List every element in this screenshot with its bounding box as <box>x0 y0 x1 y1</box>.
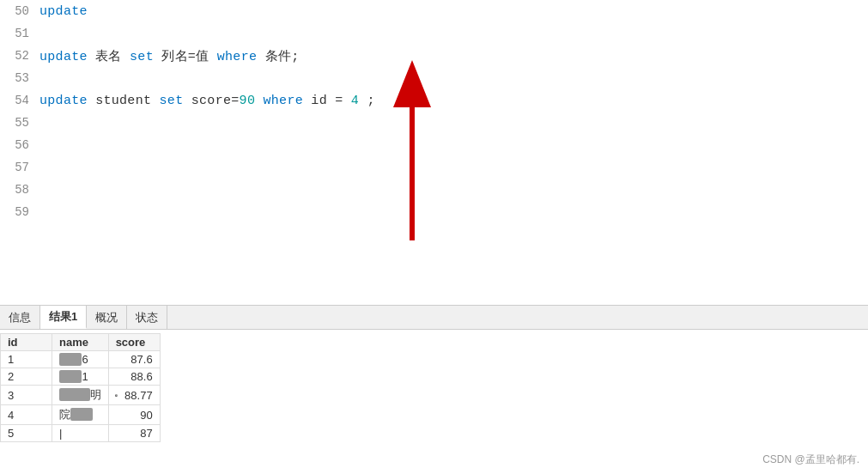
col-id: id <box>1 334 52 351</box>
cell-name: 院██ <box>52 405 109 425</box>
result-table: id name score 1 ██6 87.6 2 ██1 <box>0 333 161 442</box>
line-number-53: 53 <box>0 71 39 85</box>
col-score: score <box>108 334 160 351</box>
line-number-56: 56 <box>0 138 39 152</box>
tab-info[interactable]: 信息 <box>0 306 40 329</box>
code-line-56: 56 <box>0 134 868 156</box>
code-line-59: 59 <box>0 201 868 223</box>
code-content-52: update 表名 set 列名=值 where 条件; <box>39 48 300 64</box>
cell-score: 87 <box>108 425 160 442</box>
line-number-57: 57 <box>0 161 39 174</box>
table-row: 3 ███明 88.77 <box>1 386 161 405</box>
code-line-51: 51 <box>0 22 868 45</box>
table-row: 2 ██1 88.6 <box>1 368 161 386</box>
code-content-54: update student set score=90 where id = 4… <box>39 94 375 108</box>
tab-overview[interactable]: 概况 <box>87 306 127 329</box>
watermark: CSDN @孟里哈都有. <box>762 453 859 467</box>
code-line-55: 55 <box>0 112 868 134</box>
table-row: 5 | 87 <box>1 425 161 442</box>
line-number-58: 58 <box>0 183 39 197</box>
cell-score: 88.77 <box>108 386 160 405</box>
cell-name: ██1 <box>52 368 109 386</box>
tab-status[interactable]: 状态 <box>127 306 167 329</box>
line-number-55: 55 <box>0 116 39 130</box>
cell-id: 1 <box>1 351 52 368</box>
code-line-50: 50 update <box>0 0 868 22</box>
code-line-52: 52 update 表名 set 列名=值 where 条件; <box>0 45 868 67</box>
code-content-50: update <box>39 4 88 19</box>
cell-name: ██6 <box>52 351 109 368</box>
cell-id: 4 <box>1 405 52 425</box>
cell-score: 88.6 <box>108 368 160 386</box>
line-number-50: 50 <box>0 4 39 18</box>
cell-name: | <box>52 425 109 442</box>
bottom-panel: 信息 结果1 概况 状态 id name score 1 ██6 87.6 <box>0 305 868 474</box>
cell-score: 90 <box>108 405 160 425</box>
cell-score: 87.6 <box>108 351 160 368</box>
code-editor[interactable]: 50 update 51 52 update 表名 set 列名=值 where… <box>0 0 868 309</box>
table-row: 1 ██6 87.6 <box>1 351 161 368</box>
cell-name: ███明 <box>52 386 109 405</box>
col-name: name <box>52 334 109 351</box>
cell-id: 3 <box>1 386 52 405</box>
tabs-bar: 信息 结果1 概况 状态 <box>0 306 868 330</box>
code-line-53: 53 <box>0 67 868 89</box>
tab-result1[interactable]: 结果1 <box>40 306 87 329</box>
line-number-59: 59 <box>0 205 39 219</box>
code-line-54: 54 update student set score=90 where id … <box>0 89 868 112</box>
line-number-54: 54 <box>0 94 39 107</box>
line-number-52: 52 <box>0 49 39 63</box>
table-row: 4 院██ 90 <box>1 405 161 425</box>
code-line-57: 57 <box>0 156 868 179</box>
line-number-51: 51 <box>0 27 39 40</box>
cell-id: 5 <box>1 425 52 442</box>
table-header-row: id name score <box>1 334 161 351</box>
code-line-58: 58 <box>0 179 868 201</box>
cell-id: 2 <box>1 368 52 386</box>
result-table-area: id name score 1 ██6 87.6 2 ██1 <box>0 330 868 446</box>
